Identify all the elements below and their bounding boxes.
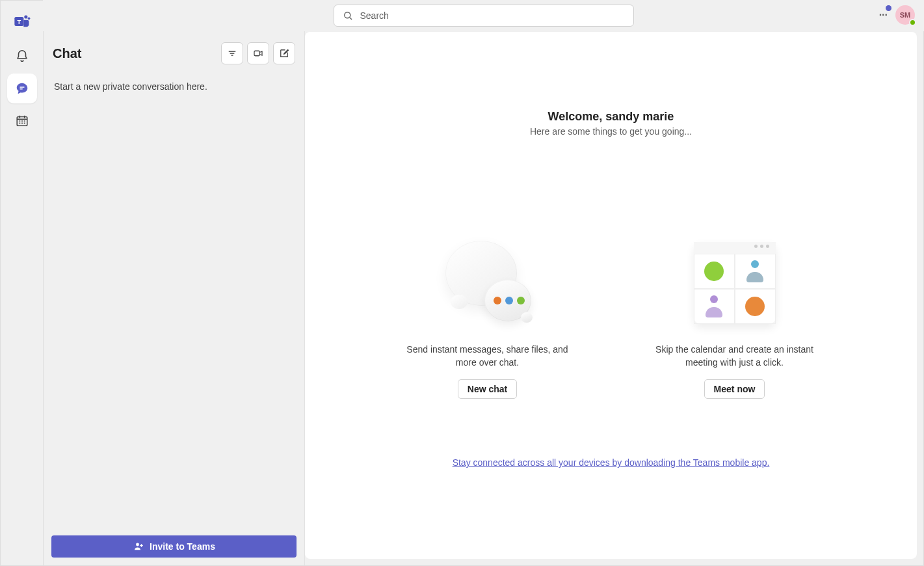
invite-people-icon (133, 541, 144, 552)
svg-point-8 (136, 543, 139, 546)
sidebar-empty-text: Start a new private conversation here. (44, 70, 304, 103)
search-input[interactable] (360, 10, 626, 21)
search-icon (342, 10, 354, 21)
chat-tile-desc: Send instant messages, share files, and … (403, 344, 572, 369)
svg-point-9 (344, 12, 350, 18)
notification-dot-icon (886, 5, 891, 11)
more-options-button[interactable]: ··· (879, 9, 888, 21)
chat-sidebar: Chat Start a new private conversation he… (44, 1, 305, 565)
search-box[interactable] (334, 5, 634, 27)
activity-tab[interactable] (7, 41, 37, 71)
mobile-app-link[interactable]: Stay connected across all your devices b… (453, 457, 770, 468)
top-bar: ··· SM (43, 0, 924, 31)
teams-logo-icon: T (13, 12, 31, 31)
invite-to-teams-button[interactable]: Invite to Teams (51, 535, 297, 558)
welcome-subtitle: Here are some things to get you going... (530, 126, 692, 137)
calendar-tab[interactable] (7, 106, 37, 136)
svg-text:T: T (17, 19, 21, 25)
new-chat-button[interactable] (273, 42, 295, 64)
meet-now-tile: Skip the calendar and create an instant … (650, 234, 819, 399)
compose-icon (278, 47, 290, 59)
chat-tab[interactable] (7, 74, 37, 103)
meet-illustration-icon (686, 234, 784, 332)
meet-tile-desc: Skip the calendar and create an instant … (650, 344, 819, 369)
filter-button[interactable] (221, 42, 243, 64)
svg-point-2 (24, 15, 27, 18)
new-chat-tile: Send instant messages, share files, and … (403, 234, 572, 399)
avatar-initials: SM (900, 11, 911, 19)
app-rail: T (1, 1, 44, 565)
svg-rect-7 (254, 51, 259, 56)
video-icon (252, 47, 264, 59)
svg-point-3 (27, 17, 30, 20)
new-chat-tile-button[interactable]: New chat (458, 379, 517, 399)
meet-now-button[interactable] (247, 42, 269, 64)
meet-now-tile-button[interactable]: Meet now (704, 379, 765, 399)
chat-illustration-icon (439, 234, 536, 332)
sidebar-title: Chat (53, 46, 217, 61)
welcome-card: Welcome, sandy marie Here are some thing… (305, 32, 917, 559)
main-content: Welcome, sandy marie Here are some thing… (305, 1, 923, 565)
filter-icon (226, 47, 238, 59)
user-avatar[interactable]: SM (895, 5, 915, 25)
invite-button-label: Invite to Teams (150, 541, 215, 552)
welcome-title: Welcome, sandy marie (548, 110, 674, 124)
presence-available-icon (909, 19, 916, 26)
svg-rect-4 (20, 87, 24, 87)
svg-rect-5 (20, 88, 23, 89)
